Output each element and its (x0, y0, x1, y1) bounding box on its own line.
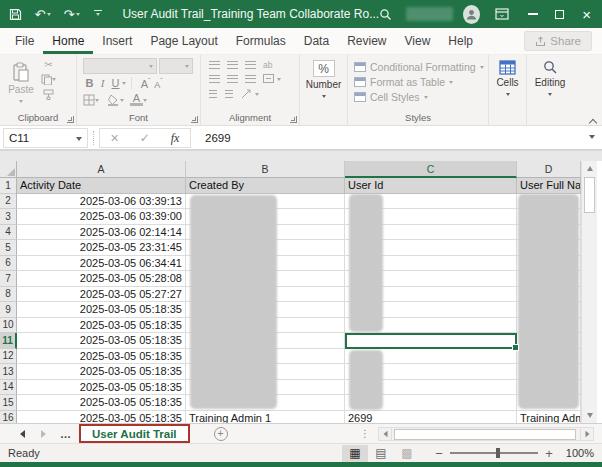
editing-button[interactable]: Editing (527, 55, 573, 98)
column-header-d[interactable]: D (517, 161, 581, 178)
previous-sheet-button[interactable] (20, 430, 25, 438)
search-button[interactable] (379, 8, 392, 21)
select-all-button[interactable] (0, 161, 17, 178)
cell-b1[interactable]: Created By (186, 178, 345, 194)
row-header-11[interactable]: 11 (0, 333, 17, 349)
fill-color-button[interactable] (107, 94, 120, 106)
tab-home[interactable]: Home (43, 28, 93, 54)
paste-button[interactable]: Paste (4, 57, 38, 105)
cell-a1[interactable]: Activity Date (17, 178, 186, 194)
zoom-out-button[interactable]: − (430, 446, 448, 461)
sheet-tab-user-audit-trail[interactable]: User Audit Trail (79, 424, 190, 443)
maximize-button[interactable] (546, 0, 573, 28)
zoom-in-button[interactable]: + (540, 446, 558, 461)
cells-button[interactable]: Cells (489, 55, 526, 98)
row-header-14[interactable]: 14 (0, 380, 17, 396)
font-size-dropdown[interactable] (159, 58, 193, 74)
avatar[interactable] (463, 5, 480, 24)
cell-c16[interactable]: 2699 (345, 411, 517, 424)
align-right-button[interactable] (245, 75, 256, 83)
more-sheets-button[interactable]: … (60, 428, 71, 440)
cell-a4[interactable]: 2025-03-06 02:14:14 (17, 225, 186, 241)
row-header-2[interactable]: 2 (0, 194, 17, 210)
tab-view[interactable]: View (396, 28, 440, 54)
row-header-3[interactable]: 3 (0, 209, 17, 225)
cell-b16[interactable]: Training Admin 1 (186, 411, 345, 424)
close-button[interactable]: × (573, 0, 600, 28)
expand-formula-bar-icon[interactable] (589, 135, 595, 142)
scroll-up-button[interactable] (582, 161, 597, 175)
cell-a14[interactable]: 2025-03-05 05:18:35 (17, 380, 186, 396)
wrap-text-button[interactable]: ab (263, 61, 272, 69)
formula-input[interactable]: 2699 (205, 128, 231, 148)
scrollbar-resize-handle[interactable]: ⋮ (360, 428, 370, 439)
align-bottom-button[interactable] (245, 61, 256, 69)
scroll-left-button[interactable] (378, 427, 392, 441)
horizontal-scrollbar-track[interactable] (392, 427, 580, 441)
increase-indent-button[interactable] (225, 90, 233, 98)
font-name-dropdown[interactable] (83, 58, 157, 74)
increase-font-size-button[interactable]: Aˆ (139, 77, 152, 90)
font-dialog-launcher[interactable] (191, 116, 198, 123)
save-button[interactable] (0, 0, 31, 28)
collapse-ribbon-button[interactable] (588, 117, 595, 121)
row-header-7[interactable]: 7 (0, 271, 17, 287)
tab-help[interactable]: Help (439, 28, 482, 54)
ribbon-display-options-button[interactable] (488, 0, 515, 28)
vertical-scrollbar[interactable] (581, 161, 597, 423)
normal-view-button[interactable]: ▦ (342, 445, 368, 462)
name-box[interactable]: C11 (3, 128, 88, 148)
cell-a15[interactable]: 2025-03-05 05:18:35 (17, 395, 186, 411)
page-layout-view-button[interactable]: ▤ (368, 445, 394, 462)
format-as-table-button[interactable]: Format as Table (348, 74, 488, 89)
cell-a11[interactable]: 2025-03-05 05:18:35 (17, 333, 186, 349)
cell-a6[interactable]: 2025-03-05 06:34:41 (17, 256, 186, 272)
column-header-a[interactable]: A (17, 161, 186, 178)
cell-styles-button[interactable]: Cell Styles (348, 89, 488, 104)
number-format-button[interactable]: % Number (300, 55, 347, 100)
row-header-12[interactable]: 12 (0, 349, 17, 365)
minimize-button[interactable] (519, 0, 546, 28)
cancel-icon[interactable]: × (111, 130, 119, 146)
tab-formulas[interactable]: Formulas (227, 28, 295, 54)
row-header-8[interactable]: 8 (0, 287, 17, 303)
row-header-13[interactable]: 13 (0, 364, 17, 380)
scroll-right-button[interactable] (580, 427, 594, 441)
enter-icon[interactable]: ✓ (140, 131, 150, 145)
conditional-formatting-button[interactable]: Conditional Formatting (348, 59, 488, 74)
row-header-10[interactable]: 10 (0, 318, 17, 334)
cut-button[interactable]: ✂ (41, 57, 56, 71)
align-left-button[interactable] (209, 75, 220, 83)
undo-button[interactable]: ↶ (35, 8, 52, 21)
cell-d16[interactable]: Training Adm (517, 411, 581, 424)
decrease-indent-button[interactable] (209, 90, 217, 98)
column-header-b[interactable]: B (186, 161, 345, 178)
cell-c1[interactable]: User Id (345, 178, 517, 194)
insert-function-button[interactable]: fx (171, 131, 180, 146)
row-header-16[interactable]: 16 (0, 411, 17, 424)
tab-data[interactable]: Data (295, 28, 338, 54)
cell-a8[interactable]: 2025-03-05 05:27:27 (17, 287, 186, 303)
zoom-level[interactable]: 100% (558, 447, 594, 459)
cell-d1[interactable]: User Full Nar (517, 178, 581, 194)
horizontal-scrollbar[interactable]: ⋮ (360, 427, 594, 441)
quick-access-toolbar-menu[interactable] (94, 10, 102, 19)
tab-file[interactable]: File (6, 28, 43, 54)
add-sheet-button[interactable]: + (214, 427, 228, 441)
column-header-c[interactable]: C (345, 161, 517, 178)
cell-a3[interactable]: 2025-03-06 03:39:00 (17, 209, 186, 225)
copy-button[interactable] (41, 72, 56, 86)
format-painter-button[interactable] (41, 87, 56, 101)
row-header-9[interactable]: 9 (0, 302, 17, 318)
align-top-button[interactable] (209, 61, 220, 69)
row-header-6[interactable]: 6 (0, 256, 17, 272)
share-button[interactable]: Share (524, 31, 592, 51)
scroll-down-button[interactable] (582, 408, 597, 422)
tab-insert[interactable]: Insert (93, 28, 141, 54)
redo-button[interactable]: ↷ (63, 8, 80, 21)
merge-center-button[interactable] (263, 74, 274, 83)
align-center-button[interactable] (227, 75, 238, 83)
font-color-button[interactable]: A (130, 94, 143, 106)
cell-a7[interactable]: 2025-03-05 05:28:08 (17, 271, 186, 287)
cell-a16[interactable]: 2025-03-05 05:18:35 (17, 411, 186, 424)
